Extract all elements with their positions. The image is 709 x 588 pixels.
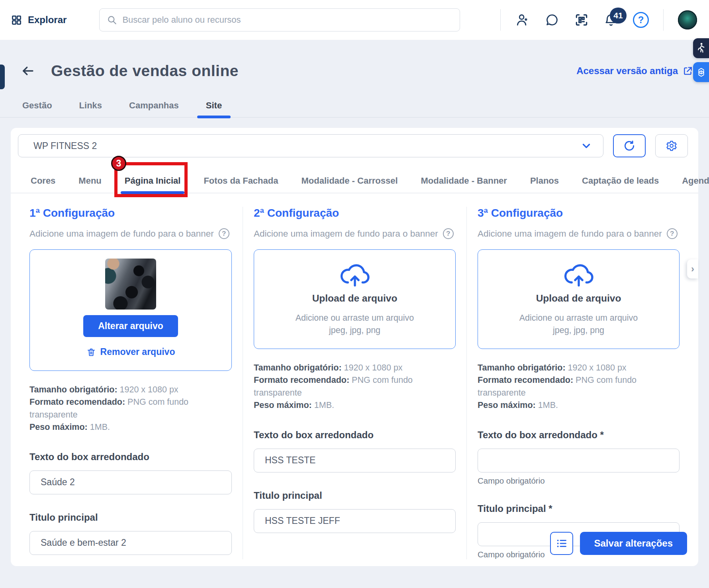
subtab-planos[interactable]: Planos — [530, 169, 559, 193]
site-select-value: WP FITNESS 2 — [33, 141, 97, 151]
topbar-divider — [663, 9, 664, 31]
notification-count-badge: 41 — [610, 8, 627, 24]
change-file-button[interactable]: Alterar arquivo — [83, 315, 178, 337]
file-requirements: Tamanho obrigatório: 1920 x 1080 px Form… — [478, 362, 680, 412]
main-title-label: Titulo principal * — [478, 503, 680, 514]
user-avatar[interactable] — [678, 10, 697, 29]
gear-icon — [666, 140, 678, 152]
tab-site[interactable]: Site — [206, 100, 222, 117]
file-requirements: Tamanho obrigatório: 1920 x 1080 px Form… — [29, 384, 232, 434]
main-title-input-1[interactable] — [29, 531, 232, 555]
search-icon — [107, 15, 117, 25]
rounded-box-text-input-2[interactable] — [254, 449, 456, 472]
global-search[interactable] — [99, 8, 460, 31]
settings-button[interactable] — [655, 134, 688, 157]
configuration-2-subtitle: Adicione uma imagem de fundo para o bann… — [254, 228, 456, 239]
main-title-input-2[interactable] — [254, 509, 456, 533]
search-input[interactable] — [122, 15, 452, 25]
required-field-helper: Campo obrigatório — [478, 476, 680, 486]
grid-icon — [11, 15, 22, 25]
banner-upload-dropzone-1[interactable]: Alterar arquivo Remover arquivo — [29, 249, 232, 371]
rounded-box-text-input-3[interactable] — [478, 449, 680, 472]
topbar-actions: 41 ? — [500, 9, 697, 31]
rounded-box-text-input-1[interactable] — [29, 470, 232, 494]
refresh-icon — [623, 140, 635, 152]
remove-file-label: Remover arquivo — [100, 347, 175, 357]
configuration-3-column: 3ª Configuração Adicione uma imagem de f… — [466, 207, 690, 559]
tab-links[interactable]: Links — [79, 100, 102, 117]
old-version-link[interactable]: Acessar versão antiga — [576, 65, 693, 76]
cloud-upload-icon — [562, 262, 596, 288]
site-settings-card: WP FITNESS 2 Cores Menu Página Inicial 3… — [11, 128, 698, 566]
main-title-label: Titulo principal — [29, 512, 232, 523]
refresh-button[interactable] — [613, 134, 646, 157]
tab-gestao[interactable]: Gestão — [22, 100, 52, 117]
subtab-modalidade-banner[interactable]: Modalidade - Banner — [421, 169, 507, 193]
upload-title: Upload de arquivo — [536, 293, 621, 304]
openai-extension-icon[interactable] — [693, 62, 709, 82]
file-requirements: Tamanho obrigatório: 1920 x 1080 px Form… — [254, 362, 456, 412]
configuration-2-heading: 2ª Configuração — [254, 207, 456, 220]
configuration-1-heading: 1ª Configuração — [29, 207, 232, 220]
back-arrow-icon[interactable] — [21, 64, 35, 78]
list-view-button[interactable] — [550, 532, 573, 555]
main-tabs: Gestão Links Campanhas Site — [0, 100, 709, 118]
subtab-cores[interactable]: Cores — [31, 169, 55, 193]
tab-campanhas[interactable]: Campanhas — [129, 100, 179, 117]
cloud-upload-icon — [338, 262, 372, 288]
page-header: Gestão de vendas online Acessar versão a… — [0, 62, 709, 80]
subtab-menu[interactable]: Menu — [78, 169, 101, 193]
main-title-label: Titulo principal — [254, 490, 456, 501]
help-tooltip-icon[interactable]: ? — [667, 228, 678, 239]
explore-label: Explorar — [28, 14, 67, 25]
banner-upload-dropzone-2[interactable]: Upload de arquivo Adicione ou arraste um… — [254, 249, 456, 349]
explore-menu-button[interactable]: Explorar — [11, 14, 67, 25]
site-subtabs: Cores Menu Página Inicial 3 Fotos da Fac… — [11, 169, 698, 193]
banner-upload-dropzone-3[interactable]: Upload de arquivo Adicione ou arraste um… — [478, 249, 680, 349]
left-edge-notch — [0, 65, 5, 89]
subtab-fotos-da-fachada[interactable]: Fotos da Fachada — [204, 169, 278, 193]
active-subtab-underline — [121, 191, 185, 194]
configuration-1-subtitle: Adicione uma imagem de fundo para o bann… — [29, 228, 232, 239]
configurations-content: 1ª Configuração Adicione uma imagem de f… — [11, 207, 698, 559]
qr-code-icon[interactable] — [574, 12, 589, 27]
configuration-3-subtitle: Adicione uma imagem de fundo para o bann… — [478, 228, 680, 239]
subtabs-scroll-right-chevron[interactable]: › — [687, 259, 698, 278]
subtab-pagina-inicial[interactable]: Página Inicial 3 — [125, 169, 181, 193]
rounded-box-text-label: Texto do box arredondado — [254, 429, 456, 441]
topbar: Explorar 41 ? — [0, 0, 709, 40]
upload-hint: Adicione ou arraste um arquivo jpeg, jpg… — [519, 312, 638, 337]
referral-person-star-icon[interactable] — [515, 12, 530, 27]
remove-file-link[interactable]: Remover arquivo — [86, 347, 175, 357]
card-footer: Salvar alterações — [550, 532, 687, 555]
site-select-row: WP FITNESS 2 — [11, 128, 698, 157]
topbar-divider — [500, 9, 501, 31]
subtab-modalidade-carrossel[interactable]: Modalidade - Carrossel — [301, 169, 398, 193]
rounded-box-text-label: Texto do box arredondado * — [478, 429, 680, 441]
old-version-link-label: Acessar versão antiga — [576, 65, 678, 76]
list-icon — [556, 537, 568, 549]
upload-hint: Adicione ou arraste um arquivo jpeg, jpg… — [296, 312, 414, 337]
help-icon[interactable]: ? — [633, 12, 649, 28]
notifications-bell-icon[interactable]: 41 — [603, 12, 619, 27]
page-title: Gestão de vendas online — [51, 62, 239, 80]
configuration-2-column: 2ª Configuração Adicione uma imagem de f… — [243, 207, 466, 559]
configuration-1-column: 1ª Configuração Adicione uma imagem de f… — [19, 207, 243, 559]
chat-icon[interactable] — [544, 12, 560, 27]
chevron-down-icon — [581, 140, 592, 151]
site-select[interactable]: WP FITNESS 2 — [18, 134, 603, 157]
rounded-box-text-label: Texto do box arredondado — [29, 451, 232, 463]
banner-image-thumbnail — [105, 259, 156, 310]
help-tooltip-icon[interactable]: ? — [443, 228, 454, 239]
save-changes-button[interactable]: Salvar alterações — [580, 532, 687, 555]
walking-person-extension-icon[interactable] — [693, 38, 709, 58]
upload-title: Upload de arquivo — [312, 293, 398, 304]
subtab-agenda[interactable]: Agenda — [682, 169, 709, 193]
subtab-captacao-de-leads[interactable]: Captação de leads — [582, 169, 659, 193]
trash-icon — [86, 347, 96, 357]
configuration-3-heading: 3ª Configuração — [478, 207, 680, 220]
help-tooltip-icon[interactable]: ? — [219, 228, 229, 239]
external-link-icon — [683, 66, 693, 76]
annotation-step-badge: 3 — [111, 156, 126, 171]
